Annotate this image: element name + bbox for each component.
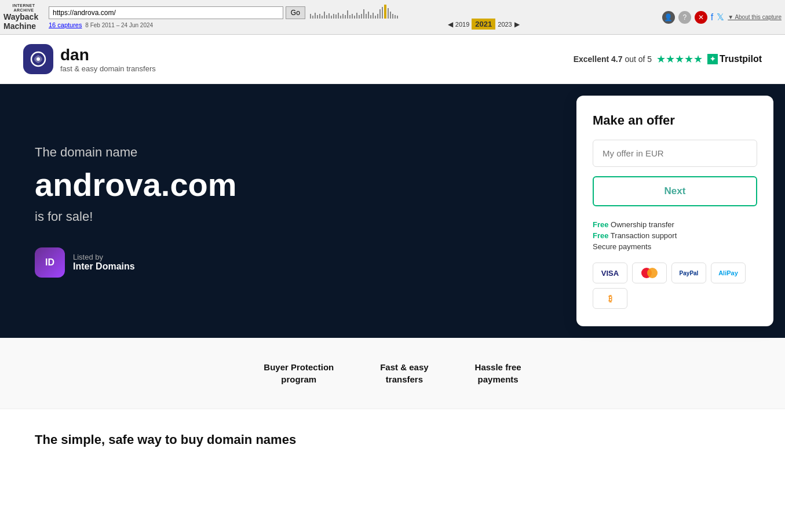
logo-area: dan fast & easy domain transfers [23,44,156,74]
url-row: Go [49,6,305,19]
prev-year[interactable]: 2019 [455,21,469,28]
offer-title: Make an offer [593,113,757,128]
next-button[interactable]: Next [593,176,757,206]
wayback-right-icons: 👤 ? ✕ f 𝕏 ▼ About this capture [662,11,782,24]
offer-benefits: Free Ownership transfer Free Transaction… [593,220,757,251]
logo-text: dan fast & easy domain transfers [60,46,156,73]
listed-by: ID Listed by Inter Domains [35,247,530,278]
next-year-arrow[interactable]: ▶ [514,20,520,28]
listed-by-label: Listed by [73,253,135,261]
trustpilot-label: Trustpilot [720,54,762,64]
domain-name: androva.com [35,166,530,203]
bottom-section: The simple, safe way to buy domain names [0,409,785,471]
feature-hassle-free: Hassle free payments [475,361,521,385]
facebook-icon[interactable]: f [711,12,713,23]
site-header: dan fast & easy domain transfers Excelle… [0,35,785,84]
url-bar-container: Go 16 captures 8 Feb 2011 – 24 Jun 2024 [49,6,305,28]
bitcoin-badge: ₿ [593,288,627,309]
prev-year-arrow[interactable]: ◀ [448,20,453,28]
bottom-heading: The simple, safe way to buy domain names [35,432,750,447]
captures-date: 8 Feb 2011 – 24 Jun 2024 [84,22,154,28]
seller-avatar: ID [35,247,65,278]
benefit-secure: Secure payments [593,242,757,251]
seller-info: Listed by Inter Domains [73,253,135,272]
seller-name: Inter Domains [73,261,135,272]
wayback-logo: INTERNET ARCHIVE Wayback Machine [3,3,44,31]
about-capture-link[interactable]: ▼ About this capture [728,14,782,20]
trustpilot-logo: ✦ Trustpilot [707,54,762,64]
paypal-badge: PayPal [671,263,706,283]
svg-point-1 [36,57,40,61]
timeline-ticks [310,5,658,19]
feature-fast-transfers: Fast & easy transfers [380,361,428,385]
payment-methods: VISA PayPal AliPay ₿ [593,263,757,309]
captures-info: 16 captures 8 Feb 2011 – 24 Jun 2024 [49,21,153,28]
site-logo-icon [23,44,53,74]
captures-link[interactable]: 16 captures [49,21,82,28]
hero-right: Make an offer Next Free Ownership transf… [565,84,785,338]
domain-for-sale: is for sale! [35,209,530,224]
brand-name: dan [60,46,156,64]
hero-left: The domain name androva.com is for sale!… [0,84,565,338]
help-icon[interactable]: ? [678,11,691,24]
rating-excellent: Excellent 4.7 out of 5 [574,54,652,64]
url-input[interactable] [49,6,283,19]
timeline-area: ◀ 2019 2021 2023 ▶ [310,2,658,32]
hero-section: The domain name androva.com is for sale!… [0,84,785,338]
offer-card: Make an offer Next Free Ownership transf… [576,96,773,326]
mastercard-badge [632,263,667,283]
trustpilot-star-badge: ✦ [707,54,718,64]
feature-buyer-protection: Buyer Protection program [264,361,334,385]
go-button[interactable]: Go [286,6,305,19]
twitter-icon[interactable]: 𝕏 [717,12,724,23]
benefit-transaction: Free Transaction support [593,231,757,240]
domain-subtitle: The domain name [35,145,530,160]
year-nav: ◀ 2019 2021 2023 ▶ [448,19,520,30]
offer-input[interactable] [593,140,757,167]
visa-badge: VISA [593,263,627,283]
alipay-badge: AliPay [711,263,746,283]
features-section: Buyer Protection program Fast & easy tra… [0,338,785,409]
close-icon[interactable]: ✕ [695,11,707,24]
wayback-bar: INTERNET ARCHIVE Wayback Machine Go 16 c… [0,0,785,35]
benefit-ownership: Free Ownership transfer [593,220,757,229]
current-year: 2021 [472,19,495,30]
user-icon[interactable]: 👤 [662,11,675,24]
brand-tagline: fast & easy domain transfers [60,64,156,73]
next-year[interactable]: 2023 [498,21,512,28]
trustpilot-area: Excellent 4.7 out of 5 ★★★★★ ✦ Trustpilo… [574,53,762,65]
trustpilot-stars: ★★★★★ [656,53,703,65]
